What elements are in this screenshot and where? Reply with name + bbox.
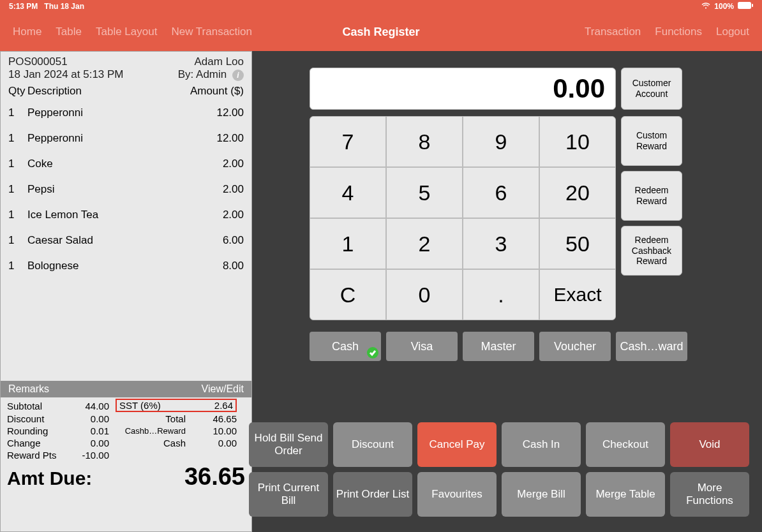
action-cash-in[interactable]: Cash In [502, 422, 581, 467]
nav-functions[interactable]: Functions [655, 26, 702, 38]
key-20[interactable]: 20 [540, 168, 615, 218]
nav-left: Home Table Table Layout New Transaction [13, 26, 252, 38]
key-10[interactable]: 10 [540, 117, 615, 166]
totals-grid: Subtotal 44.00 SST (6%) 2.64 Discount 0.… [1, 397, 251, 461]
numeric-keypad: 789104562012350C0.Exact [310, 116, 616, 320]
battery-icon [738, 2, 753, 11]
action-print-current-bill[interactable]: Print Current Bill [249, 472, 328, 517]
remarks-view-edit[interactable]: View/Edit [202, 383, 244, 395]
receipt-item[interactable]: 1Bolognese8.00 [1, 253, 251, 279]
svg-rect-0 [738, 2, 751, 9]
nav-transaction[interactable]: Transaction [585, 26, 641, 38]
receipt-by: By: Admin i [178, 68, 244, 81]
action-grid: Hold Bill Send OrderDiscountCancel PayCa… [252, 422, 749, 517]
pay-voucher[interactable]: Voucher [539, 332, 611, 361]
receipt-items: 1Pepperonni12.001Pepperonni12.001Coke2.0… [1, 100, 251, 381]
check-icon [367, 347, 378, 358]
receipt-panel: POS000051 Adam Loo 18 Jan 2024 at 5:13 P… [0, 51, 252, 532]
action-checkout[interactable]: Checkout [586, 422, 665, 467]
page-title: Cash Register [342, 26, 419, 39]
key-4[interactable]: 4 [310, 168, 385, 218]
payment-methods: CashVisaMasterVoucherCash…ward [310, 332, 687, 361]
action-favourites[interactable]: Favourites [417, 472, 497, 517]
action-merge-table[interactable]: Merge Table [586, 472, 665, 517]
receipt-item[interactable]: 1Pepsi2.00 [1, 177, 251, 202]
nav-table[interactable]: Table [56, 26, 82, 38]
status-battery-pct: 100% [714, 2, 734, 11]
nav-logout[interactable]: Logout [716, 26, 749, 38]
key-2[interactable]: 2 [387, 219, 462, 269]
status-date: Thu 18 Jan [44, 2, 84, 11]
receipt-item[interactable]: 1Pepperonni12.00 [1, 100, 251, 126]
action-cancel-pay[interactable]: Cancel Pay [417, 422, 497, 467]
key-5[interactable]: 5 [387, 168, 462, 218]
receipt-pos-id: POS000051 [8, 55, 68, 68]
action-print-order-list[interactable]: Print Order List [333, 472, 412, 517]
pay-master[interactable]: Master [463, 332, 534, 361]
redeem-reward-button[interactable]: Redeem Reward [621, 171, 682, 221]
key-6[interactable]: 6 [463, 168, 539, 218]
nav-new-transaction[interactable]: New Transaction [171, 26, 252, 38]
key-.[interactable]: . [463, 270, 539, 320]
receipt-datetime: 18 Jan 2024 at 5:13 PM [8, 68, 124, 81]
app-header: Home Table Table Layout New Transaction … [0, 13, 762, 51]
key-exact[interactable]: Exact [540, 270, 615, 320]
pay-visa[interactable]: Visa [386, 332, 458, 361]
svg-rect-1 [752, 4, 753, 7]
receipt-customer: Adam Loo [195, 55, 244, 68]
key-c[interactable]: C [310, 270, 385, 320]
redeem-cashback-reward-button[interactable]: Redeem Cashback Reward [621, 226, 682, 276]
action-more-functions[interactable]: More Functions [670, 472, 749, 517]
key-0[interactable]: 0 [387, 270, 462, 320]
remarks-bar[interactable]: Remarks View/Edit [1, 381, 251, 397]
amount-display: 0.00 [310, 68, 616, 110]
action-merge-bill[interactable]: Merge Bill [502, 472, 581, 517]
sst-highlight: SST (6%) 2.64 [116, 399, 237, 412]
key-3[interactable]: 3 [463, 219, 539, 269]
receipt-item[interactable]: 1Caesar Salad6.00 [1, 228, 251, 253]
receipt-columns: Qty Description Amount ($) [1, 82, 251, 100]
nav-table-layout[interactable]: Table Layout [96, 26, 157, 38]
action-void[interactable]: Void [670, 422, 749, 467]
status-bar: 5:13 PM Thu 18 Jan 100% [0, 0, 762, 13]
wifi-icon [701, 2, 710, 11]
action-hold-bill-send-order[interactable]: Hold Bill Send Order [249, 422, 328, 467]
key-50[interactable]: 50 [540, 219, 615, 269]
amount-due: Amt Due: 36.65 [1, 461, 251, 494]
info-icon[interactable]: i [232, 70, 244, 81]
receipt-item[interactable]: 1Coke2.00 [1, 151, 251, 177]
key-1[interactable]: 1 [310, 219, 385, 269]
receipt-item[interactable]: 1Pepperonni12.00 [1, 126, 251, 151]
status-time: 5:13 PM [9, 2, 38, 11]
pay-cash-ward[interactable]: Cash…ward [616, 332, 687, 361]
nav-right: Transaction Functions Logout [585, 26, 749, 38]
receipt-item[interactable]: 1Ice Lemon Tea2.00 [1, 202, 251, 228]
customer-account-button[interactable]: Customer Account [621, 68, 682, 110]
pay-cash[interactable]: Cash [310, 332, 381, 361]
nav-home[interactable]: Home [13, 26, 41, 38]
key-9[interactable]: 9 [463, 117, 539, 166]
key-8[interactable]: 8 [387, 117, 462, 166]
custom-reward-button[interactable]: Custom Reward [621, 116, 682, 166]
action-discount[interactable]: Discount [333, 422, 412, 467]
key-7[interactable]: 7 [310, 117, 385, 166]
